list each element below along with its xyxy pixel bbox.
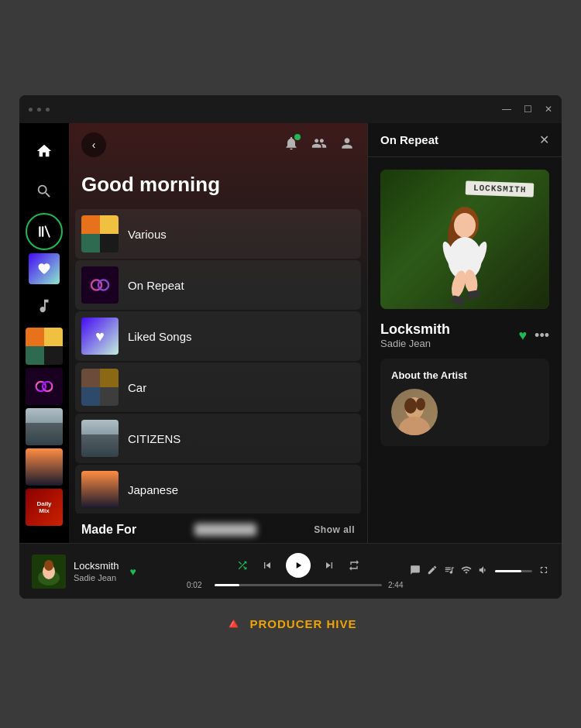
sidebar-thumb-daily[interactable]: DailyMix (26, 489, 63, 526)
repeat-button[interactable] (348, 559, 360, 572)
player-like-button[interactable]: ♥ (130, 565, 136, 578)
more-options-button[interactable]: ••• (535, 328, 549, 344)
sidebar-item-search[interactable] (26, 173, 63, 210)
right-panel-close-button[interactable]: ✕ (539, 132, 549, 147)
volume-bar[interactable] (495, 570, 532, 572)
track-artist: Sadie Jean (380, 338, 518, 349)
made-for-label: Made For (81, 523, 136, 537)
devices-icon[interactable] (461, 565, 472, 578)
lyrics-button[interactable] (410, 565, 421, 578)
sidebar-thumb-citizens[interactable] (26, 408, 63, 445)
svg-point-18 (404, 398, 417, 414)
progress-row: 0:02 2:44 (187, 581, 410, 589)
friends-icon[interactable] (311, 136, 327, 155)
svg-point-8 (454, 213, 476, 238)
playlist-name-onrepeat: On Repeat (128, 279, 184, 292)
player-artist-name: Sadie Jean (74, 573, 119, 582)
branding-hive: HIVE (327, 617, 357, 630)
playlist-thumb-liked: ♥ (81, 318, 119, 355)
playlist-name-various: Various (128, 228, 167, 241)
playlist-name-liked: Liked Songs (128, 330, 192, 343)
player-track-name: Locksmith (74, 560, 119, 572)
playlist-name-car: Car (128, 381, 146, 394)
player-thumb-art (32, 555, 66, 589)
minimize-button[interactable]: — (502, 104, 511, 115)
artist-avatar[interactable] (391, 389, 438, 435)
volume-icon[interactable] (478, 565, 489, 578)
playlist-name-japanese: Japanese (128, 483, 178, 496)
playlist-name-citizens: CITIZENS (128, 432, 180, 445)
pencil-icon[interactable] (427, 565, 438, 578)
svg-rect-1 (42, 226, 43, 237)
show-all-button[interactable]: Show all (314, 524, 355, 535)
playlist-item-citizens[interactable]: CITIZENS (75, 414, 361, 463)
title-dot-3 (46, 108, 50, 112)
title-dot-1 (29, 108, 33, 112)
about-artist-section: About the Artist (380, 359, 549, 446)
player-thumbnail (32, 555, 66, 589)
queue-icon[interactable] (444, 565, 455, 578)
profile-icon[interactable] (339, 136, 355, 155)
branding-logo: 🔺 (224, 614, 243, 633)
title-bar-dots (29, 108, 50, 112)
sidebar-thumb-onrepeat[interactable] (26, 368, 63, 405)
player-track-info: Locksmith Sadie Jean (74, 560, 119, 582)
right-panel-header: On Repeat ✕ (368, 123, 562, 157)
svg-rect-14 (451, 295, 465, 306)
sidebar-thumb-japanese[interactable] (26, 448, 63, 486)
sidebar-item-home[interactable] (26, 132, 63, 170)
player-controls (236, 553, 360, 578)
main-area: DailyMix ‹ (19, 123, 562, 543)
playlist-item-japanese[interactable]: Japanese (75, 465, 361, 513)
track-info: Locksmith Sadie Jean ♥ ••• (368, 315, 562, 352)
artist-photo-svg (391, 389, 438, 435)
username-blurred (194, 524, 256, 536)
close-button[interactable]: ✕ (545, 104, 552, 115)
made-for-section: Made For Show all (69, 513, 367, 543)
volume-fill (495, 570, 521, 572)
sidebar-item-liked[interactable] (29, 253, 60, 284)
playlist-item-liked[interactable]: ♥ Liked Songs (75, 311, 361, 361)
svg-point-17 (399, 417, 430, 435)
maximize-button[interactable]: ☐ (524, 104, 532, 115)
notification-dot (294, 134, 301, 140)
center-panel: ‹ (69, 123, 368, 543)
track-details: Locksmith Sadie Jean (380, 321, 518, 349)
playlist-thumb-japanese (81, 471, 119, 508)
track-title: Locksmith (380, 321, 518, 338)
sidebar: DailyMix (19, 123, 69, 543)
play-pause-button[interactable] (286, 553, 311, 578)
player-center: 0:02 2:44 (187, 553, 410, 589)
current-time: 0:02 (187, 581, 208, 589)
sidebar-thumb-various[interactable] (26, 328, 63, 365)
album-art-background: LOCKSMITH (380, 170, 549, 309)
like-button[interactable]: ♥ (518, 328, 527, 344)
next-button[interactable] (323, 559, 335, 572)
notifications-icon[interactable] (284, 136, 299, 155)
svg-point-19 (416, 398, 425, 410)
album-art-figure (426, 201, 504, 309)
svg-point-3 (43, 382, 52, 391)
playlist-thumb-various (81, 215, 119, 252)
app-window: — ☐ ✕ (19, 95, 562, 599)
sidebar-item-library[interactable] (26, 213, 63, 250)
total-time: 2:44 (388, 581, 410, 589)
playlist-thumb-onrepeat (81, 266, 119, 304)
playlist-item-car[interactable]: Car (75, 362, 361, 412)
playlist-item-onrepeat[interactable]: On Repeat (75, 260, 361, 310)
playlist-item-various[interactable]: Various (75, 209, 361, 259)
playlist-thumb-car (81, 369, 119, 406)
previous-button[interactable] (261, 559, 273, 572)
about-artist-title: About the Artist (391, 369, 538, 381)
track-actions: ♥ ••• (518, 328, 549, 344)
locksmith-label: LOCKSMITH (465, 180, 534, 197)
progress-bar[interactable] (215, 584, 382, 586)
title-dot-2 (37, 108, 41, 112)
sidebar-item-note[interactable] (26, 287, 63, 325)
title-bar: — ☐ ✕ (19, 95, 562, 123)
shuffle-button[interactable] (236, 559, 249, 572)
album-art-container: LOCKSMITH (368, 157, 562, 315)
fullscreen-icon[interactable] (538, 565, 549, 578)
back-button[interactable]: ‹ (81, 132, 106, 157)
branding: 🔺 PRODUCER HIVE (224, 614, 356, 633)
